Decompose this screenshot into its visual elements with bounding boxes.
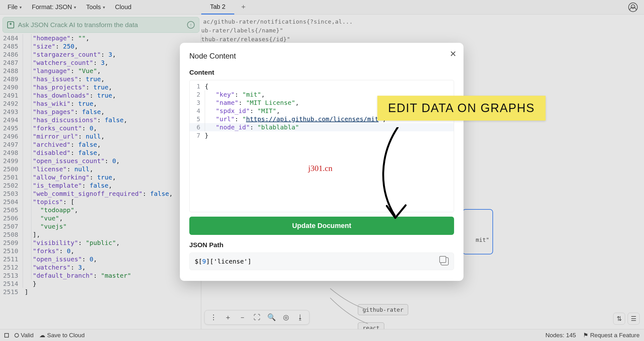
canvas-right-tools: ⇅ ☰ xyxy=(613,313,640,325)
tab-active[interactable]: Tab 2 xyxy=(201,0,234,14)
json-path-value: $[9]['license'] xyxy=(195,258,252,265)
cloud-icon: ☁ xyxy=(39,332,45,339)
nodes-count: Nodes: 145 xyxy=(545,332,576,339)
canvas-text: ub-rater/labels{/name}" xyxy=(201,27,283,34)
zoom-out-icon[interactable]: － xyxy=(236,311,249,324)
editor-line[interactable]: 2498"disabled": false, xyxy=(0,149,201,157)
menu-format[interactable]: Format: JSON▾ xyxy=(27,2,80,13)
tree-view-icon[interactable]: ⇅ xyxy=(613,313,625,325)
watermark-text: j301.cn xyxy=(308,164,332,173)
zoom-in-icon[interactable]: ＋ xyxy=(221,311,235,324)
editor-line[interactable]: 2507 "vuejs" xyxy=(0,222,201,230)
new-tab-button[interactable]: ＋ xyxy=(236,0,251,14)
download-icon[interactable]: ⭳ xyxy=(293,311,307,324)
request-feature-button[interactable]: ⚑Request a Feature xyxy=(583,332,640,339)
editor-line[interactable]: 2485"size": 250, xyxy=(0,42,201,50)
fit-screen-icon[interactable]: ⛶ xyxy=(250,311,264,324)
editor-line[interactable]: 2502"is_template": false, xyxy=(0,181,201,190)
modal-editor-line[interactable]: 6 "node_id": "blablabla" xyxy=(190,123,454,131)
editor-line[interactable]: 2497"archived": false, xyxy=(0,140,201,149)
valid-status: Valid xyxy=(14,332,34,339)
sparkle-icon xyxy=(7,21,14,28)
editor-line[interactable]: 2490"has_projects": true, xyxy=(0,83,201,91)
editor-line[interactable]: 2495"forks_count": 0, xyxy=(0,124,201,132)
editor-line[interactable]: 2503"web_commit_signoff_required": false… xyxy=(0,190,201,198)
editor-line[interactable]: 2491"has_downloads": true, xyxy=(0,91,201,99)
close-icon[interactable]: ✕ xyxy=(450,50,457,58)
annotation-sticker: Edit data on graphs xyxy=(377,96,546,121)
canvas-toolbar: ⋮ ＋ － ⛶ 🔍 ◎ ⭳ xyxy=(204,310,309,325)
annotation-arrow-icon xyxy=(376,127,410,222)
editor-line[interactable]: 2487"watchers_count": 3, xyxy=(0,59,201,67)
save-cloud-button[interactable]: ☁Save to Cloud xyxy=(39,332,85,339)
editor-line[interactable]: 2510"forks": 0, xyxy=(0,247,201,255)
search-icon[interactable]: 🔍 xyxy=(264,311,278,324)
ai-prompt-bar[interactable]: Ask JSON Crack AI to transform the data … xyxy=(3,17,199,33)
editor-line[interactable]: 2484"homepage": "", xyxy=(0,34,201,42)
json-path-box: $[9]['license'] xyxy=(189,253,454,270)
editor-line[interactable]: 2494"has_discussions": false, xyxy=(0,116,201,124)
editor-line[interactable]: 2504"topics": [ xyxy=(0,198,201,206)
graph-node[interactable]: mit" xyxy=(462,209,493,254)
menubar: File▾ Format: JSON▾ Tools▾ Cloud xyxy=(0,0,644,14)
editor-line[interactable]: 2486"stargazers_count": 3, xyxy=(0,50,201,59)
chevron-down-icon: ▾ xyxy=(19,5,22,10)
editor-line[interactable]: 2514} xyxy=(0,280,201,288)
canvas-text: ac/github-rater/notifications{?since,al.… xyxy=(203,18,353,25)
menu-tools[interactable]: Tools▾ xyxy=(82,2,109,13)
editor-line[interactable]: 2508], xyxy=(0,230,201,239)
submit-arrow-icon[interactable]: ↑ xyxy=(187,21,195,29)
editor-line[interactable]: 2488"language": "Vue", xyxy=(0,67,201,75)
modal-title: Node Content xyxy=(189,52,454,60)
content-heading: Content xyxy=(189,69,454,76)
chevron-down-icon: ▾ xyxy=(103,5,105,10)
json-path-heading: JSON Path xyxy=(189,241,454,249)
editor-line[interactable]: 2511"open_issues": 0, xyxy=(0,255,201,263)
flag-icon: ⚑ xyxy=(583,332,588,339)
modal-editor-line[interactable]: 7} xyxy=(190,131,454,139)
update-document-button[interactable]: Update Document xyxy=(189,217,454,235)
modal-editor-line[interactable]: 1{ xyxy=(190,82,454,90)
editor-line[interactable]: 2493"has_pages": false, xyxy=(0,108,201,116)
terminal-icon[interactable] xyxy=(4,333,9,338)
check-icon xyxy=(14,333,19,338)
ai-placeholder: Ask JSON Crack AI to transform the data xyxy=(18,21,183,29)
account-avatar-icon[interactable] xyxy=(628,3,638,12)
editor-line[interactable]: 2509"visibility": "public", xyxy=(0,239,201,247)
json-editor[interactable]: 2484"homepage": "",2485"size": 250,2486"… xyxy=(0,34,201,329)
editor-line[interactable]: 2499"open_issues_count": 0, xyxy=(0,157,201,165)
editor-line[interactable]: 2496"mirror_url": null, xyxy=(0,132,201,140)
focus-icon[interactable]: ◎ xyxy=(279,311,293,324)
menu-file[interactable]: File▾ xyxy=(3,2,26,13)
canvas-text: thub-rater/releases{/id}" xyxy=(201,36,290,43)
editor-line[interactable]: 2513"default_branch": "master" xyxy=(0,271,201,280)
tab-strip: Tab 2 ＋ xyxy=(201,0,251,14)
editor-line[interactable]: 2512"watchers": 3, xyxy=(0,263,201,271)
menu-cloud[interactable]: Cloud xyxy=(111,2,136,13)
more-icon[interactable]: ⋮ xyxy=(207,311,220,324)
status-bar: Valid ☁Save to Cloud Nodes: 145 ⚑Request… xyxy=(0,329,644,341)
editor-line[interactable]: 2492"has_wiki": true, xyxy=(0,99,201,108)
node-content-modal: ✕ Node Content Content 1{2 "key": "mit",… xyxy=(180,43,464,281)
editor-line[interactable]: 2501"allow_forking": true, xyxy=(0,173,201,181)
editor-line[interactable]: 2515] xyxy=(0,288,201,296)
editor-line[interactable]: 2489"has_issues": true, xyxy=(0,75,201,83)
editor-line[interactable]: 2505 "todoapp", xyxy=(0,206,201,214)
editor-line[interactable]: 2506 "vue", xyxy=(0,214,201,222)
list-view-icon[interactable]: ☰ xyxy=(628,313,640,325)
editor-line[interactable]: 2500"license": null, xyxy=(0,165,201,173)
chevron-down-icon: ▾ xyxy=(74,5,76,10)
copy-icon[interactable] xyxy=(441,257,449,265)
